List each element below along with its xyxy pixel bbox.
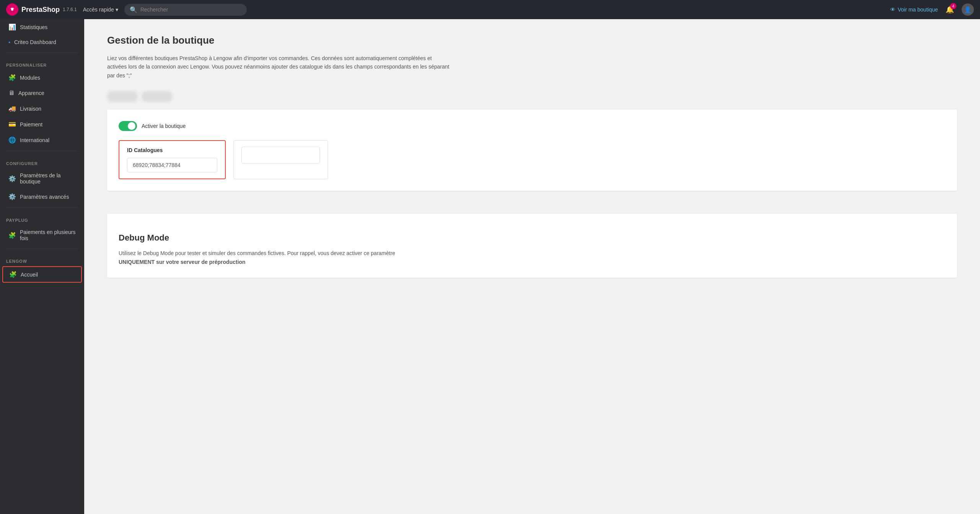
brand: PrestaShop 1.7.6.1 — [6, 3, 77, 16]
sidebar-item-international[interactable]: 🌐 International — [2, 133, 82, 147]
section-gap — [107, 202, 957, 214]
toggle-row: Activer la boutique — [119, 121, 946, 131]
sidebar-item-accueil[interactable]: 🧩 Accueil — [2, 266, 82, 283]
sidebar-item-params-avances[interactable]: ⚙️ Paramètres avancés — [2, 189, 82, 204]
eye-icon: 👁 — [890, 7, 895, 13]
catalogue-input-filled[interactable] — [127, 158, 217, 172]
sidebar-section-lengow: LENGOW — [0, 252, 84, 266]
params-boutique-icon: ⚙️ — [8, 175, 16, 182]
toggle-label: Activer la boutique — [142, 123, 186, 129]
sidebar-section-configurer: CONFIGURER — [0, 154, 84, 168]
blurred-pills — [107, 91, 957, 102]
paiements-icon: 🧩 — [8, 232, 16, 239]
catalogues-section: ID Catalogues — [119, 140, 946, 179]
sidebar-item-apparence[interactable]: 🖥 Apparence — [2, 86, 82, 100]
svg-point-1 — [11, 8, 13, 11]
sidebar-section-personnaliser: PERSONNALISER — [0, 56, 84, 70]
sidebar-divider-1 — [6, 52, 78, 53]
params-avances-icon: ⚙️ — [8, 193, 16, 200]
sidebar-divider-2 — [6, 151, 78, 151]
boutique-section-card: Activer la boutique ID Catalogues — [107, 110, 957, 191]
activer-boutique-toggle[interactable] — [119, 121, 137, 131]
sidebar-item-livraison[interactable]: 🚚 Livraison — [2, 101, 82, 116]
catalogue-input-empty[interactable] — [241, 147, 320, 164]
blurred-pill-2 — [142, 91, 172, 102]
sidebar-divider-3 — [6, 208, 78, 208]
page-title: Gestion de la boutique — [107, 34, 957, 46]
user-icon: 👤 — [964, 6, 972, 13]
acces-rapide-button[interactable]: Accès rapide ▾ — [83, 7, 118, 13]
voir-boutique-button[interactable]: 👁 Voir ma boutique — [890, 7, 938, 13]
notifications-button[interactable]: 🔔 4 — [946, 5, 954, 14]
catalogue-box-filled: ID Catalogues — [119, 140, 226, 179]
sidebar-item-criteo[interactable]: ▪ Criteo Dashboard — [2, 35, 82, 49]
debug-description: Utilisez le Debug Mode pour tester et si… — [119, 249, 463, 266]
livraison-icon: 🚚 — [8, 105, 16, 112]
accueil-icon: 🧩 — [9, 271, 17, 278]
layout: 📊 Statistiques ▪ Criteo Dashboard PERSON… — [0, 19, 980, 514]
brand-name: PrestaShop — [21, 6, 60, 14]
sidebar-item-params-boutique[interactable]: ⚙️ Paramètres de la boutique — [2, 169, 82, 188]
search-bar[interactable]: 🔍 — [124, 4, 247, 16]
brand-version: 1.7.6.1 — [63, 7, 77, 12]
sidebar-section-payplug: PAYPLUG — [0, 211, 84, 225]
search-icon: 🔍 — [130, 6, 137, 13]
topnav-right: 👁 Voir ma boutique 🔔 4 👤 — [890, 3, 974, 16]
brand-logo — [6, 3, 18, 16]
debug-title: Debug Mode — [119, 233, 946, 243]
search-input[interactable] — [140, 7, 241, 13]
paiement-icon: 💳 — [8, 121, 16, 128]
sidebar-item-paiement[interactable]: 💳 Paiement — [2, 117, 82, 132]
topnav: PrestaShop 1.7.6.1 Accès rapide ▾ 🔍 👁 Vo… — [0, 0, 980, 19]
notification-badge: 4 — [950, 3, 956, 9]
blurred-pill-1 — [107, 91, 138, 102]
modules-icon: 🧩 — [8, 74, 16, 81]
sidebar-item-modules[interactable]: 🧩 Modules — [2, 70, 82, 85]
main-content: Gestion de la boutique Liez vos différen… — [84, 19, 980, 514]
sidebar-divider-4 — [6, 249, 78, 249]
user-avatar[interactable]: 👤 — [962, 3, 974, 16]
catalogue-box-empty — [233, 140, 328, 179]
criteo-icon: ▪ — [8, 39, 10, 45]
debug-section-card: Debug Mode Utilisez le Debug Mode pour t… — [107, 214, 957, 278]
stats-icon: 📊 — [8, 23, 16, 31]
apparence-icon: 🖥 — [8, 90, 15, 97]
page-description: Liez vos différentes boutiques PrestaSho… — [107, 54, 452, 80]
sidebar-item-paiements-plusieurs[interactable]: 🧩 Paiements en plusieurs fois — [2, 225, 82, 245]
catalogue-box-label: ID Catalogues — [127, 147, 217, 153]
sidebar-item-statistiques[interactable]: 📊 Statistiques — [2, 20, 82, 34]
sidebar: 📊 Statistiques ▪ Criteo Dashboard PERSON… — [0, 19, 84, 514]
international-icon: 🌐 — [8, 136, 16, 144]
